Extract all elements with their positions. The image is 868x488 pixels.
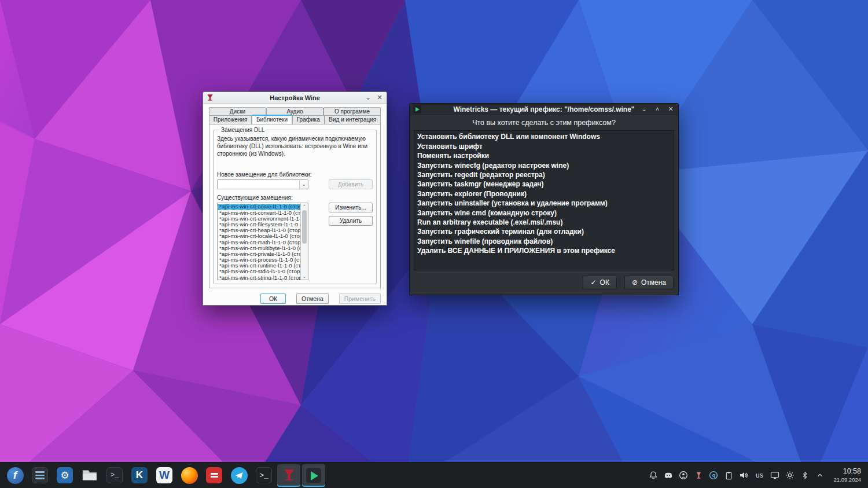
minimize-icon[interactable]: ⌄ — [364, 94, 372, 102]
apply-button[interactable]: Применить — [339, 293, 381, 304]
close-icon[interactable]: ✕ — [376, 94, 384, 102]
task-winetricks[interactable] — [302, 464, 325, 487]
list-item[interactable]: Запустить taskmgr (менеджер задач) — [415, 179, 673, 189]
scroll-down-icon[interactable]: ⌄ — [301, 273, 308, 280]
system-monitor-icon — [32, 467, 48, 483]
volume-icon[interactable] — [737, 467, 750, 484]
launcher-fedora-menu[interactable]: f — [3, 464, 27, 487]
tab-libraries[interactable]: Библиотеки — [252, 115, 292, 124]
new-override-combobox[interactable]: ⌄ — [217, 179, 308, 189]
list-item[interactable]: Запустить wine cmd (командную строку) — [415, 208, 673, 218]
list-item[interactable]: *api-ms-win-crt-conio-l1-1-0 (сторонн — [218, 204, 300, 210]
launcher-dolphin-files[interactable] — [78, 464, 101, 487]
listbox-scrollbar[interactable]: ⌃ ⌄ — [300, 203, 308, 280]
list-item[interactable]: *api-ms-win-crt-process-l1-1-0 (сторо — [218, 257, 300, 263]
list-item[interactable]: *api-ms-win-crt-filesystem-l1-1-0 (сто — [218, 222, 300, 228]
list-item[interactable]: *api-ms-win-crt-heap-l1-1-0 (сторонн — [218, 228, 300, 233]
winetricks-app-icon — [413, 105, 421, 113]
keyboard-layout-indicator[interactable]: us — [752, 471, 766, 479]
launcher-firefox[interactable] — [178, 464, 201, 487]
launcher-terminal[interactable]: >_ — [252, 464, 275, 487]
folder-icon — [82, 467, 98, 484]
ok-button-label: ОК — [600, 278, 609, 287]
add-button[interactable]: Добавить — [329, 179, 373, 189]
list-item[interactable]: *api-ms-win-crt-locale-l1-1-0 (сторонн — [218, 233, 300, 239]
taskbar: f ⚙ >_ K W — [0, 462, 868, 488]
gear-icon: ⚙ — [57, 467, 73, 483]
list-item[interactable]: *api-ms-win-crt-runtime-l1-1-0 (сторо — [218, 263, 300, 269]
terminal-icon: >_ — [256, 467, 272, 483]
edit-button[interactable]: Изменить... — [329, 203, 373, 212]
launcher-system-monitor[interactable] — [28, 464, 52, 487]
overrides-list: *api-ms-win-crt-conio-l1-1-0 (сторонн *a… — [218, 203, 300, 280]
night-color-sun-icon[interactable] — [784, 467, 796, 484]
user-account-icon[interactable] — [677, 467, 690, 484]
launcher-system-settings[interactable]: ⚙ — [53, 464, 76, 487]
overrides-listbox[interactable]: *api-ms-win-crt-conio-l1-1-0 (сторонн *a… — [217, 203, 308, 280]
tab-graphics[interactable]: Графика — [292, 115, 325, 124]
combo-dropdown-icon[interactable]: ⌄ — [299, 180, 308, 189]
expand-tray-chevron-icon[interactable] — [814, 467, 826, 484]
delete-button[interactable]: Удалить — [329, 216, 373, 226]
minimize-icon[interactable]: ⌄ — [640, 105, 648, 113]
terminal-prompt-glyph: >_ — [259, 471, 269, 480]
tab-about[interactable]: О программе — [323, 107, 381, 116]
wine-tray-icon[interactable] — [692, 467, 705, 484]
winetricks-action-list[interactable]: Установить библиотеку DLL или компонент … — [414, 130, 674, 270]
qbittorrent-icon[interactable]: q — [707, 467, 720, 484]
list-item[interactable]: *api-ms-win-crt-string-l1-1-0 (сторонн — [218, 275, 300, 280]
clipboard-icon[interactable] — [722, 467, 735, 484]
list-item[interactable]: Запустить explorer (Проводник) — [415, 189, 673, 199]
tab-applications[interactable]: Приложения — [209, 115, 252, 124]
bluetooth-icon[interactable] — [799, 467, 811, 484]
list-item[interactable]: *api-ms-win-crt-environment-l1-1-0 (с — [218, 216, 300, 222]
scrollbar-track[interactable] — [301, 210, 308, 273]
scroll-up-icon[interactable]: ⌃ — [301, 203, 308, 210]
dll-overrides-description: Здесь указывается, какую динамически под… — [217, 135, 373, 157]
checkmark-icon: ✓ — [590, 278, 596, 287]
launcher-telegram[interactable] — [227, 464, 251, 487]
ok-button[interactable]: ОК — [260, 293, 286, 304]
winecfg-titlebar[interactable]: Настройка Wine ⌄ ✕ — [203, 92, 387, 104]
dll-overrides-groupbox: Замещения DLL Здесь указывается, какую д… — [213, 127, 377, 284]
launcher-konsole[interactable]: >_ — [103, 464, 126, 487]
list-item[interactable]: Поменять настройки — [415, 151, 673, 160]
fedora-logo-icon: f — [7, 467, 24, 484]
launcher-kde-app[interactable]: K — [128, 464, 151, 487]
list-item[interactable]: *api-ms-win-crt-stdio-l1-1-0 (сторонн — [218, 269, 300, 274]
notifications-bell-icon[interactable] — [647, 467, 660, 484]
list-item[interactable]: Запустить winefile (проводник файлов) — [415, 237, 673, 246]
wine-glass-icon — [206, 94, 214, 102]
list-item[interactable]: Run an arbitrary executable (.exe/.msi/.… — [415, 218, 673, 227]
winetricks-prompt: Что вы хотите сделать с этим префиксом? — [410, 115, 678, 130]
groupbox-title: Замещения DLL — [219, 127, 266, 133]
task-winecfg[interactable] — [277, 464, 300, 487]
screen-layout-icon[interactable] — [768, 467, 781, 484]
list-item[interactable]: Запустить winecfg (редактор настроек win… — [415, 161, 673, 170]
cancel-button[interactable]: ⊘ Отмена — [624, 276, 674, 289]
list-item[interactable]: Установить шрифт — [415, 142, 673, 151]
close-icon[interactable]: ✕ — [667, 105, 675, 113]
winecfg-tabs-front-row: Приложения Библиотеки Графика Вид и инте… — [209, 115, 381, 124]
word-letter: W — [159, 469, 170, 482]
launcher-word-processor[interactable]: W — [153, 464, 176, 487]
maximize-icon[interactable]: ˄ — [653, 105, 661, 113]
tab-desktop-integration[interactable]: Вид и интеграция — [325, 115, 381, 124]
ok-button[interactable]: ✓ ОК — [583, 276, 616, 289]
discord-icon[interactable] — [662, 467, 675, 484]
list-item[interactable]: *api-ms-win-crt-private-l1-1-0 (сторон — [218, 251, 300, 257]
list-item[interactable]: Запустить uninstaller (установка и удале… — [415, 199, 673, 208]
winetricks-titlebar[interactable]: Winetricks — текущий префикс: "/home/com… — [410, 104, 678, 115]
launcher-red-app[interactable] — [203, 464, 226, 487]
list-item[interactable]: *api-ms-win-crt-convert-l1-1-0 (сторо — [218, 210, 300, 216]
list-item[interactable]: *api-ms-win-crt-multibyte-l1-1-0 (стор — [218, 245, 300, 251]
clock[interactable]: 10:58 21.09.2024 — [833, 467, 861, 483]
list-item[interactable]: Установить библиотеку DLL или компонент … — [415, 132, 673, 141]
list-item[interactable]: Удалить ВСЕ ДАННЫЕ И ПРИЛОЖЕНИЯ в этом п… — [415, 246, 673, 255]
fedora-letter: f — [13, 469, 17, 482]
scrollbar-thumb[interactable] — [302, 210, 307, 244]
cancel-button[interactable]: Отмена — [296, 293, 329, 304]
list-item[interactable]: Запустить regedit (редактор реестра) — [415, 170, 673, 179]
list-item[interactable]: *api-ms-win-crt-math-l1-1-0 (сторонн — [218, 240, 300, 245]
list-item[interactable]: Запустить графический терминал (для отла… — [415, 227, 673, 236]
